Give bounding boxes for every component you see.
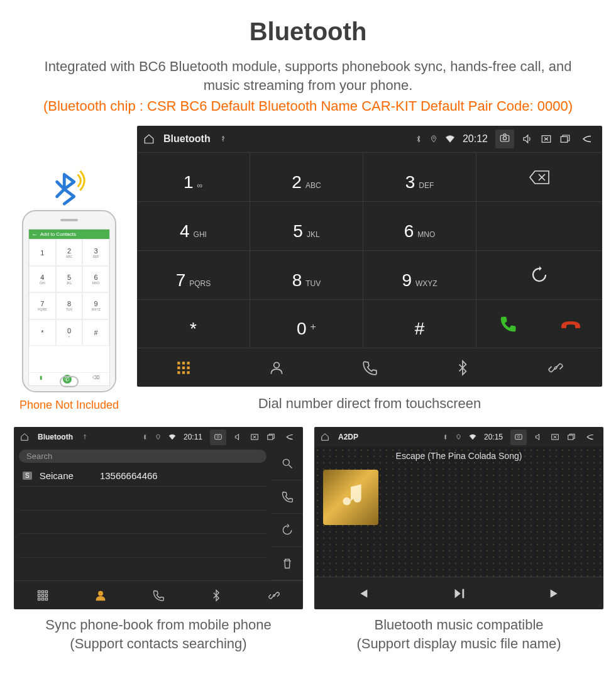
recent-apps-icon[interactable] [559,133,571,145]
dialer-right-column [476,152,602,348]
home-icon[interactable] [143,133,155,145]
dial-key-0[interactable]: 0+ [250,299,363,348]
dial-key-1[interactable]: 1∞ [137,152,250,201]
app-title: Bluetooth [38,433,73,441]
bluetooth-status-icon [142,433,148,441]
svg-rect-10 [187,367,189,369]
volume-icon[interactable] [522,133,533,145]
dial-key-#[interactable]: # [363,299,476,348]
location-icon [456,433,461,441]
row-bottom: Bluetooth 20:11 [0,427,616,653]
svg-point-19 [283,460,289,466]
volume-icon[interactable] [534,433,543,441]
nav-pair[interactable] [509,348,602,387]
svg-point-16 [217,436,219,438]
dialer-column: Bluetooth 20:12 [137,126,602,412]
song-title: Escape (The Pina Colada Song) [314,451,603,461]
svg-rect-15 [215,434,222,440]
nav-call-log[interactable] [129,581,187,609]
bluetooth-status-icon [443,433,448,441]
home-icon[interactable] [20,433,29,441]
sync-button[interactable] [272,514,303,547]
dial-key-9[interactable]: 9WXYZ [363,250,476,299]
screenshot-button[interactable] [210,429,226,445]
svg-rect-6 [182,362,185,364]
screenshot-button[interactable] [495,130,514,148]
svg-rect-30 [515,434,522,440]
search-button[interactable] [272,447,303,480]
phone-key: * [29,319,56,346]
nav-keypad[interactable] [14,581,72,609]
dial-key-3[interactable]: 3DEF [363,152,476,201]
dial-key-7[interactable]: 7PQRS [137,250,250,299]
bottom-nav [137,348,602,387]
dial-key-4[interactable]: 4GHI [137,201,250,250]
phone-home-button [60,376,79,387]
nav-call-log[interactable] [323,348,416,387]
recent-apps-icon[interactable] [267,433,275,441]
dial-key-*[interactable]: * [137,299,250,348]
back-icon[interactable] [283,433,297,441]
redial-button[interactable] [476,250,602,299]
svg-rect-11 [177,371,180,373]
volume-icon[interactable] [234,433,243,441]
phone-key: 2ABC [56,239,83,265]
phone-screen: ← Add to Contacts 12ABC3DEF4GHI5JKL6MNO7… [28,229,110,386]
music-body: Escape (The Pina Colada Song) [314,447,603,577]
bluetooth-icon [50,167,89,206]
phone-key: 0+ [56,319,83,346]
app-title: Bluetooth [163,133,211,145]
music-note-icon [335,482,366,513]
svg-rect-8 [177,367,180,369]
next-track-button[interactable] [507,577,603,609]
wifi-icon [469,433,476,441]
svg-point-29 [99,591,103,595]
dial-key-5[interactable]: 5JKL [250,201,363,250]
nav-keypad[interactable] [137,348,230,387]
music-panel: A2DP 20:15 E [314,427,603,609]
play-pause-button[interactable] [410,577,507,609]
dial-key-6[interactable]: 6MNO [363,201,476,250]
back-icon[interactable] [578,133,596,145]
hangup-button[interactable] [539,316,602,331]
close-app-icon[interactable] [541,133,552,145]
phone-app-header: ← Add to Contacts [29,230,109,239]
back-icon[interactable] [583,433,597,441]
call-button[interactable] [476,314,539,333]
nav-contacts[interactable] [72,581,129,609]
phone-key: 9WXYZ [82,292,109,319]
contacts-side-actions [272,447,303,580]
phone-key: 8TUV [56,292,83,319]
contact-row[interactable]: S Seicane 13566664466 [19,465,267,487]
backspace-button[interactable] [476,152,602,201]
contact-initial-badge: S [23,472,32,480]
location-icon [430,133,437,145]
recent-apps-icon[interactable] [567,433,576,441]
dialer-body: 1∞2ABC3DEF4GHI5JKL6MNO7PQRS8TUV9WXYZ*0+# [137,152,602,348]
empty-cell [476,201,602,250]
svg-point-0 [433,138,435,140]
screenshot-button[interactable] [510,429,527,445]
dial-key-8[interactable]: 8TUV [250,250,363,299]
usb-icon [82,433,88,441]
close-app-icon[interactable] [551,433,559,441]
home-icon[interactable] [321,433,329,441]
delete-button[interactable] [272,547,303,580]
call-contact-button[interactable] [272,480,303,514]
contact-name: Seicane [40,470,74,481]
svg-rect-7 [187,362,189,364]
nav-pair[interactable] [245,581,303,609]
svg-rect-26 [38,598,40,600]
search-input[interactable]: Search [19,450,267,463]
contacts-column: Bluetooth 20:11 [14,427,303,653]
nav-bluetooth[interactable] [416,348,509,387]
close-app-icon[interactable] [250,433,259,441]
dial-key-2[interactable]: 2ABC [250,152,363,201]
dialer-caption: Dial number direct from touchscreen [258,396,481,412]
arrow-left-icon: ← [31,231,38,238]
page-root: Bluetooth Integrated with BC6 Bluetooth … [0,0,616,686]
nav-bluetooth[interactable] [187,581,245,609]
phone-header-label: Add to Contacts [40,231,76,237]
nav-contacts[interactable] [230,348,323,387]
prev-track-button[interactable] [314,577,410,609]
